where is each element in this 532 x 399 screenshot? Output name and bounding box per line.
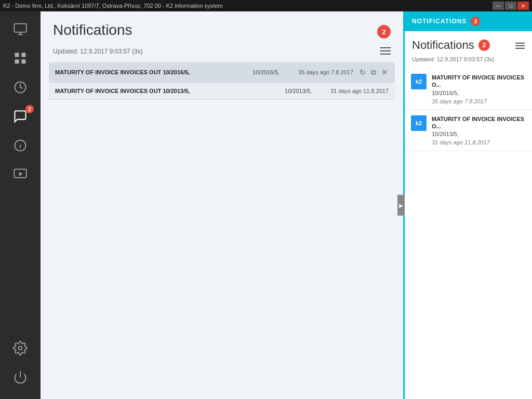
sidebar-item-info[interactable] — [5, 132, 36, 159]
list-item[interactable]: k2 MATURITY OF INVOICE INVOICES O... 10/… — [405, 69, 532, 110]
notif-avatar-2: k2 — [411, 115, 427, 131]
right-notif-time-2: 31 days ago 11.8.2017 — [432, 139, 526, 145]
main-header: Notifications 2 — [41, 11, 403, 45]
svg-rect-19 — [515, 45, 525, 46]
sidebar-item-power[interactable] — [5, 364, 36, 391]
svg-rect-18 — [515, 43, 525, 44]
svg-rect-20 — [515, 48, 525, 49]
right-notif-content-2: MATURITY OF INVOICE INVOICES O... 10/201… — [432, 115, 526, 146]
title-bar-controls: ─ □ ✕ — [493, 2, 529, 10]
right-notif-title-1: MATURITY OF INVOICE INVOICES O... — [432, 74, 526, 89]
close-button[interactable]: ✕ — [517, 2, 529, 10]
notif-ref-1: 10/2016/5, — [252, 69, 294, 75]
right-panel-menu-icon[interactable] — [515, 42, 525, 51]
svg-rect-15 — [380, 47, 391, 48]
svg-point-13 — [19, 347, 22, 350]
notif-close-button-1[interactable]: ✕ — [380, 68, 389, 77]
app-container: 2 — [0, 11, 532, 399]
main-content: Notifications 2 Updated: 12.9.2017 9:03:… — [41, 11, 403, 399]
svg-marker-12 — [19, 172, 23, 176]
sidebar-item-history[interactable] — [5, 74, 36, 101]
right-panel-collapse-button[interactable]: ▶ — [397, 195, 405, 216]
right-panel-badge: 2 — [478, 39, 490, 51]
updated-bar: Updated: 12.9.2017 9:03:57 (3x) — [41, 45, 403, 62]
right-notif-content-1: MATURITY OF INVOICE INVOICES O... 10/201… — [432, 74, 526, 104]
notifications-list: MATURITY OF INVOICE INVOICES OUT 10/2016… — [41, 62, 403, 100]
page-title: Notifications — [53, 22, 132, 38]
sidebar-item-grid[interactable] — [5, 45, 36, 72]
main-badge: 2 — [377, 25, 391, 38]
notif-refresh-button-1[interactable]: ↻ — [358, 68, 367, 77]
list-item[interactable]: k2 MATURITY OF INVOICE INVOICES O... 10/… — [405, 110, 532, 152]
sidebar-item-settings[interactable] — [5, 335, 36, 362]
right-panel-tab[interactable]: NOTIFICATIONS 2 — [405, 11, 532, 31]
notif-time-1: 35 days ago 7.8.2017 — [298, 69, 353, 75]
right-panel-tab-label: NOTIFICATIONS — [412, 18, 467, 25]
right-panel-title: Notifications 2 — [412, 38, 490, 52]
right-panel: ▶ NOTIFICATIONS 2 Notifications 2 Update… — [403, 11, 532, 399]
notif-time-2: 31 days ago 11.8.2017 — [330, 88, 389, 94]
right-panel-header: Notifications 2 — [405, 31, 532, 56]
svg-rect-5 — [15, 59, 19, 63]
sidebar: 2 — [0, 11, 41, 399]
menu-icon[interactable] — [380, 47, 391, 56]
maximize-button[interactable]: □ — [505, 2, 516, 10]
notif-avatar-1: k2 — [411, 74, 427, 89]
right-panel-tab-badge: 2 — [471, 17, 480, 26]
svg-rect-0 — [14, 24, 26, 32]
svg-rect-16 — [380, 50, 391, 51]
notif-title-1: MATURITY OF INVOICE INVOICES OUT 10/2016… — [55, 69, 248, 75]
minimize-button[interactable]: ─ — [493, 2, 504, 10]
updated-text: Updated: 12.9.2017 9:03:57 (3x) — [53, 48, 143, 55]
table-row[interactable]: MATURITY OF INVOICE INVOICES OUT 10/2013… — [49, 83, 395, 100]
sidebar-item-media[interactable] — [5, 161, 36, 188]
notif-title-2: MATURITY OF INVOICE INVOICES OUT 10/2013… — [55, 88, 281, 94]
notif-ref-2: 10/2013/5, — [285, 88, 326, 94]
right-notif-title-2: MATURITY OF INVOICE INVOICES O... — [432, 115, 526, 130]
svg-rect-17 — [380, 54, 391, 55]
svg-rect-6 — [21, 59, 25, 63]
notif-open-button-1[interactable]: ⧉ — [370, 68, 377, 77]
table-row[interactable]: MATURITY OF INVOICE INVOICES OUT 10/2016… — [49, 62, 395, 83]
sidebar-item-notifications[interactable]: 2 — [5, 103, 36, 130]
right-notif-time-1: 35 days ago 7.8.2017 — [432, 98, 526, 104]
title-bar-text: K2 - Demo firm, Ltd., Koksární 1097/7, O… — [3, 3, 222, 9]
right-notif-ref-1: 10/2016/5, — [432, 90, 526, 96]
right-updated-text: Updated: 12.9.2017 9:03:57 (3x) — [412, 56, 494, 62]
sidebar-bottom — [5, 335, 36, 395]
svg-rect-3 — [15, 53, 19, 57]
right-notif-ref-2: 10/2013/5, — [432, 131, 526, 137]
right-panel-notifications: k2 MATURITY OF INVOICE INVOICES O... 10/… — [405, 69, 532, 151]
notifications-badge: 2 — [25, 105, 34, 113]
right-updated: Updated: 12.9.2017 9:03:57 (3x) — [405, 56, 532, 69]
title-bar: K2 - Demo firm, Ltd., Koksární 1097/7, O… — [0, 0, 532, 11]
notif-actions-1: ↻ ⧉ ✕ — [358, 68, 389, 77]
sidebar-item-monitor[interactable] — [5, 16, 36, 43]
svg-rect-4 — [21, 53, 25, 57]
